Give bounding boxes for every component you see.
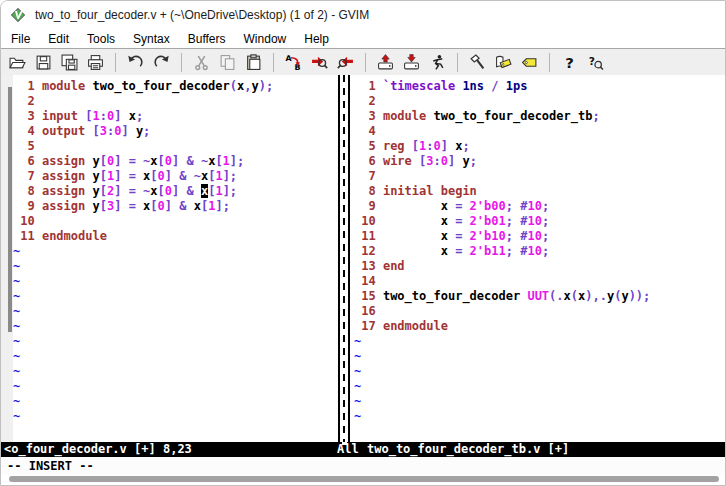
code-row: 11 endmodule (13, 229, 338, 244)
line-number: 10 (354, 214, 383, 228)
line-number: 17 (354, 319, 383, 333)
code-row: ~ (13, 409, 338, 424)
code-row: ~ (13, 289, 338, 304)
code-row: 2 (354, 94, 725, 109)
save-all-icon (61, 54, 78, 71)
code-row: 3 module two_to_four_decoder_tb; (354, 109, 725, 124)
find-replace-button[interactable]: AB (282, 51, 305, 73)
line-number: 13 (354, 259, 383, 273)
run-script-icon (429, 54, 446, 71)
menu-buffers[interactable]: Buffers (179, 30, 235, 48)
split-divider[interactable] (338, 75, 350, 442)
status-bar: <o_four_decoder.v [+] 8,23 All two_to_fo… (1, 442, 725, 457)
pane-two-to-four-decoder[interactable]: 1 module two_to_four_decoder(x,y); 2 3 i… (13, 75, 338, 442)
tilde-marker: ~ (13, 304, 20, 318)
left-scrollbar-thumb[interactable] (8, 87, 12, 332)
find-prev-button[interactable] (334, 51, 357, 73)
code-row: ~ (13, 304, 338, 319)
redo-button[interactable] (150, 51, 173, 73)
menu-file[interactable]: File (2, 30, 39, 48)
svg-text:A: A (286, 54, 293, 63)
menu-syntax[interactable]: Syntax (124, 30, 179, 48)
save-all-button[interactable] (58, 51, 81, 73)
statusline-scroll-position: All (337, 442, 359, 456)
code-row: 9 assign y[3] = x[0] & x[1]; (13, 199, 338, 214)
code-row: 11 x = 2'b10; #10; (354, 229, 725, 244)
save-button[interactable] (32, 51, 55, 73)
left-scrollbar[interactable] (1, 75, 13, 442)
line-number: 7 (354, 169, 383, 183)
find-help-icon: ? (587, 54, 604, 71)
code-row: ~ (354, 349, 725, 364)
cut-icon (193, 54, 210, 71)
vim-logo-icon (10, 7, 26, 23)
line-number: 16 (354, 304, 383, 318)
find-replace-icon: AB (285, 54, 302, 71)
code-row: 1 module two_to_four_decoder(x,y); (13, 79, 338, 94)
line-number: 14 (354, 274, 383, 288)
undo-icon (127, 54, 144, 71)
menu-help[interactable]: Help (295, 30, 338, 48)
save-icon (35, 54, 52, 71)
find-next-icon (311, 54, 328, 71)
line-number: 12 (354, 244, 383, 258)
menu-window[interactable]: Window (235, 30, 296, 48)
line-number: 6 (13, 154, 42, 168)
window-bottom-edge (1, 475, 725, 485)
line-number: 7 (13, 169, 42, 183)
menu-edit[interactable]: Edit (39, 30, 78, 48)
window-bottom-bar (9, 476, 719, 482)
command-line[interactable]: -- INSERT -- (1, 457, 725, 475)
run-script-button[interactable] (426, 51, 449, 73)
line-number: 10 (13, 214, 42, 228)
code-row: ~ (13, 319, 338, 334)
code-row: 13 end (354, 259, 725, 274)
tilde-marker: ~ (13, 259, 20, 273)
find-help-button[interactable]: ? (584, 51, 607, 73)
code-row: ~ (13, 364, 338, 379)
code-row: ~ (354, 409, 725, 424)
open-button[interactable] (6, 51, 29, 73)
toolbar: AB ? ? (1, 48, 725, 75)
make-icon (469, 54, 486, 71)
code-row: 15 two_to_four_decoder UUT(.x(x),.y(y)); (354, 289, 725, 304)
code-row: 6 assign y[0] = ~x[0] & ~x[1]; (13, 154, 338, 169)
code-row: 5 (13, 139, 338, 154)
svg-text:?: ? (565, 54, 574, 71)
paste-button[interactable] (242, 51, 265, 73)
code-row: 9 x = 2'b00; #10; (354, 199, 725, 214)
toolbar-separator (181, 53, 182, 72)
save-session-button[interactable] (400, 51, 423, 73)
redo-icon (153, 54, 170, 71)
load-session-button[interactable] (374, 51, 397, 73)
tilde-marker: ~ (13, 244, 20, 258)
undo-button[interactable] (124, 51, 147, 73)
menu-tools[interactable]: Tools (78, 30, 124, 48)
find-next-button[interactable] (308, 51, 331, 73)
line-number: 4 (354, 124, 383, 138)
code-row: ~ (354, 394, 725, 409)
help-icon: ? (561, 54, 578, 71)
tag-jump-button[interactable] (518, 51, 541, 73)
make-button[interactable] (466, 51, 489, 73)
code-row: ~ (13, 244, 338, 259)
run-ctags-button[interactable] (492, 51, 515, 73)
code-row: 17 endmodule (354, 319, 725, 334)
code-row: ~ (13, 274, 338, 289)
toolbar-separator (457, 53, 458, 72)
code-row: 14 (354, 274, 725, 289)
tilde-marker: ~ (354, 409, 361, 423)
help-button[interactable]: ? (558, 51, 581, 73)
line-number: 4 (13, 124, 42, 138)
line-number: 3 (354, 109, 383, 123)
code-row: 1 `timescale 1ns / 1ps (354, 79, 725, 94)
pane-two-to-four-decoder-tb[interactable]: 1 `timescale 1ns / 1ps 2 3 module two_to… (350, 75, 725, 442)
line-number: 9 (13, 199, 42, 213)
line-number: 11 (13, 229, 42, 243)
tilde-marker: ~ (13, 349, 20, 363)
statusline-right-file: two_to_four_decoder_tb.v [+] (367, 442, 569, 456)
line-number: 1 (13, 79, 42, 93)
tilde-marker: ~ (13, 364, 20, 378)
print-button[interactable] (84, 51, 107, 73)
line-number: 8 (13, 184, 42, 198)
